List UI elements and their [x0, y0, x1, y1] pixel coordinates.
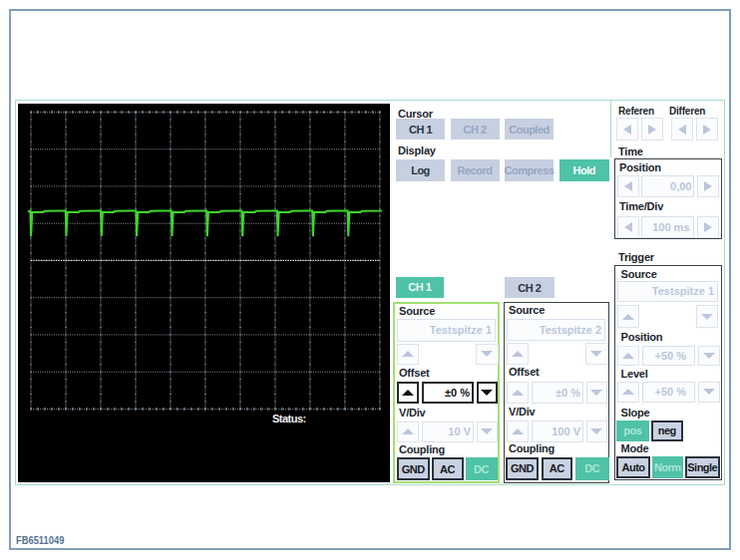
trigger-level-down-button[interactable]: [698, 382, 720, 403]
ch2-source-down-button[interactable]: [585, 343, 608, 365]
ch1-coupling-dc-button[interactable]: DC: [466, 457, 498, 480]
down-arrow-icon: [703, 389, 715, 395]
ch1-offset-down-button[interactable]: [477, 382, 499, 404]
right-arrow-icon: [703, 125, 711, 135]
trigger-level-up-button[interactable]: [617, 382, 639, 403]
right-arrow-icon: [704, 222, 712, 232]
trigger-slope-neg-button[interactable]: neg: [651, 420, 683, 441]
trigger-level-label: Level: [621, 369, 648, 380]
ch1-coupling-gnd-button[interactable]: GND: [397, 457, 431, 480]
left-arrow-icon: [623, 125, 631, 135]
ch2-coupling-ac-button[interactable]: AC: [542, 457, 573, 480]
cursor-ch1-button[interactable]: CH 1: [396, 119, 445, 140]
ch2-panel: Source Testspitze 2 Offset ±0 % V/Div 10…: [504, 302, 610, 483]
right-arrow-icon: [648, 125, 656, 135]
ch2-offset-down-button[interactable]: [586, 382, 608, 404]
cursor-ch2-button[interactable]: CH 2: [451, 119, 500, 140]
time-div-value: 100 ms: [641, 216, 694, 238]
left-arrow-icon: [624, 181, 632, 191]
down-arrow-icon: [590, 390, 602, 396]
time-position-next-button[interactable]: [697, 175, 719, 197]
tab-ch2[interactable]: CH 2: [505, 277, 555, 298]
up-arrow-icon: [622, 389, 634, 395]
time-div-label: Time/Div: [619, 201, 663, 212]
ch2-offset-up-button[interactable]: [507, 382, 529, 404]
up-arrow-icon: [622, 314, 634, 320]
ch2-source-label: Source: [509, 305, 545, 316]
difference-next-button[interactable]: [696, 118, 718, 140]
up-arrow-icon: [512, 390, 524, 396]
trigger-position-up-button[interactable]: [617, 346, 639, 367]
reference-prev-button[interactable]: [616, 118, 638, 140]
ch1-source-down-button[interactable]: [476, 344, 499, 366]
ch1-vdiv-down-button[interactable]: [477, 421, 499, 443]
ch1-coupling-ac-button[interactable]: AC: [432, 457, 464, 480]
ch1-source-value: Testspitze 1: [397, 319, 496, 342]
trigger-position-label: Position: [621, 332, 663, 343]
ch1-vdiv-label: V/Div: [399, 408, 426, 419]
ch2-vdiv-down-button[interactable]: [586, 420, 608, 442]
ch1-source-up-button[interactable]: [397, 344, 419, 366]
display-group-label: Display: [398, 145, 436, 156]
trigger-source-down-button[interactable]: [696, 305, 718, 328]
time-position-label: Position: [619, 162, 661, 173]
footer-code: FB6511049: [16, 535, 64, 546]
up-arrow-icon: [402, 428, 414, 434]
trigger-slope-label: Slope: [621, 408, 650, 419]
ch2-vdiv-value: 100 V: [532, 420, 583, 442]
trigger-source-up-button[interactable]: [617, 305, 639, 328]
reference-next-button[interactable]: [641, 118, 663, 140]
trigger-mode-norm-button[interactable]: Norm: [652, 456, 683, 478]
trigger-mode-single-button[interactable]: Single: [685, 456, 721, 478]
time-position-value: 0,00: [641, 175, 694, 197]
trigger-mode-label: Mode: [621, 443, 649, 454]
trigger-slope-pos-button[interactable]: pos: [616, 420, 649, 441]
up-arrow-icon: [512, 351, 524, 357]
difference-prev-button[interactable]: [671, 118, 693, 140]
display-log-button[interactable]: Log: [396, 159, 445, 181]
time-group-label: Time: [618, 146, 643, 157]
time-div-next-button[interactable]: [697, 216, 719, 238]
ch2-offset-label: Offset: [509, 367, 540, 378]
display-compress-button[interactable]: Compress: [505, 159, 554, 181]
tab-ch1[interactable]: CH 1: [396, 277, 445, 299]
ch1-vdiv-up-button[interactable]: [397, 421, 419, 443]
down-arrow-icon: [590, 351, 602, 357]
panel-border-bottom: [15, 484, 725, 485]
display-hold-button[interactable]: Hold: [559, 159, 609, 181]
up-arrow-icon: [622, 353, 634, 359]
ch2-vdiv-up-button[interactable]: [507, 420, 529, 442]
up-arrow-icon: [402, 390, 414, 396]
down-arrow-icon: [481, 351, 493, 357]
panel-border-left: [15, 100, 16, 485]
down-arrow-icon: [481, 390, 493, 396]
trigger-level-value: +50 %: [642, 382, 696, 403]
ch1-vdiv-value: 10 V: [422, 421, 474, 443]
trigger-position-down-button[interactable]: [698, 346, 720, 367]
ch2-coupling-dc-button[interactable]: DC: [575, 457, 610, 480]
ch2-source-value: Testspitze 2: [507, 319, 605, 342]
panel-border-divider: [610, 100, 611, 157]
down-arrow-icon: [701, 314, 713, 320]
trigger-source-value: Testspitze 1: [617, 281, 718, 302]
trigger-mode-auto-button[interactable]: Auto: [616, 456, 650, 478]
display-record-button[interactable]: Record: [451, 159, 500, 181]
left-arrow-icon: [624, 222, 632, 232]
ch2-source-up-button[interactable]: [507, 343, 529, 365]
ch2-vdiv-label: V/Div: [509, 407, 536, 418]
ch1-coupling-label: Coupling: [399, 444, 445, 455]
ch2-coupling-gnd-button[interactable]: GND: [506, 457, 539, 480]
up-arrow-icon: [402, 351, 414, 357]
scope-graticule: [18, 104, 390, 482]
ch1-offset-up-button[interactable]: [397, 382, 419, 404]
difference-label: Differen: [669, 106, 705, 117]
ch2-offset-value: ±0 %: [532, 382, 583, 404]
down-arrow-icon: [590, 428, 602, 434]
trigger-position-value: +50 %: [642, 346, 696, 367]
cursor-coupled-button[interactable]: Coupled: [505, 119, 554, 140]
panel-border-top: [15, 100, 725, 101]
time-div-prev-button[interactable]: [617, 216, 639, 238]
reference-label: Referen: [618, 106, 654, 117]
ch1-offset-label: Offset: [399, 368, 430, 379]
time-position-prev-button[interactable]: [617, 175, 639, 197]
